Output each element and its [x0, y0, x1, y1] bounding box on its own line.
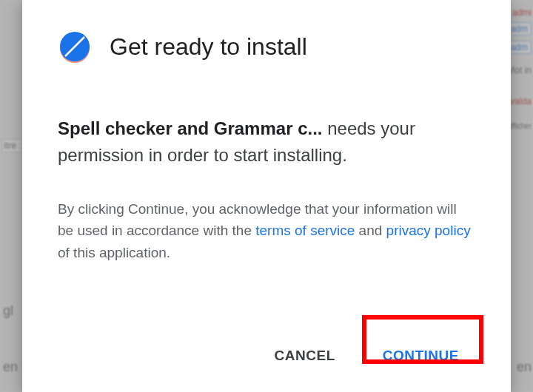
fine-print-suffix: of this application. [58, 245, 170, 260]
terms-of-service-link[interactable]: terms of service [255, 223, 355, 238]
fine-print-and: and [355, 223, 386, 238]
modal-title: Get ready to install [110, 33, 307, 61]
modal-header: Get ready to install [58, 30, 475, 64]
continue-button[interactable]: CONTINUE [366, 337, 475, 374]
app-name: Spell checker and Grammar c... [58, 118, 323, 138]
install-permission-modal: Get ready to install Spell checker and G… [22, 0, 511, 392]
app-icon [58, 30, 92, 64]
privacy-policy-link[interactable]: privacy policy [386, 223, 471, 238]
modal-body: Spell checker and Grammar c... needs you… [58, 115, 475, 322]
permission-text: Spell checker and Grammar c... needs you… [58, 115, 475, 169]
cancel-button[interactable]: CANCEL [258, 337, 352, 374]
modal-footer: CANCEL CONTINUE [58, 337, 475, 374]
fine-print: By clicking Continue, you acknowledge th… [58, 198, 475, 263]
